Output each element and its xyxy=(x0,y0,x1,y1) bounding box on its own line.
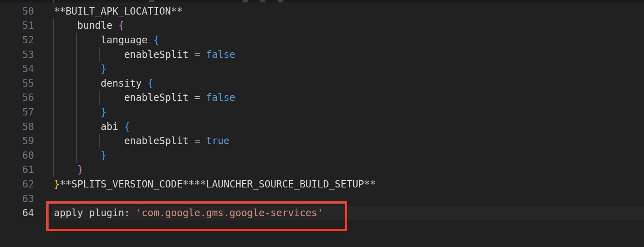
clipped-previous-line xyxy=(0,0,644,2)
line-number[interactable]: 63 xyxy=(0,193,34,204)
line-number[interactable]: 60 xyxy=(0,150,34,161)
line-number[interactable]: 51 xyxy=(0,20,34,31)
line-number[interactable]: 56 xyxy=(0,92,34,103)
code-text[interactable]: apply plugin: 'com.google.gms.google-ser… xyxy=(34,207,323,219)
clipped-text-remnant xyxy=(243,0,248,2)
code-text[interactable]: } xyxy=(34,164,83,175)
line-number[interactable]: 61 xyxy=(0,164,34,175)
code-token: **BUILT_APK_LOCATION** xyxy=(54,6,183,17)
code-token: false xyxy=(206,92,235,103)
code-line[interactable]: 51 bundle { xyxy=(0,19,644,33)
line-number[interactable]: 52 xyxy=(0,34,34,46)
code-token: enableSplit = xyxy=(54,49,206,60)
code-token: density xyxy=(54,78,147,89)
code-token: enableSplit = xyxy=(54,135,206,147)
code-token: { xyxy=(147,78,153,89)
code-text[interactable]: language { xyxy=(34,34,159,46)
code-line[interactable]: 62}**SPLITS_VERSION_CODE****LAUNCHER_SOU… xyxy=(0,177,644,192)
code-text[interactable]: **BUILT_APK_LOCATION** xyxy=(34,6,183,17)
line-number[interactable]: 55 xyxy=(0,78,34,89)
code-line[interactable]: 56 enableSplit = false xyxy=(0,91,644,105)
code-token: } xyxy=(77,164,83,175)
code-token xyxy=(54,63,101,75)
code-text[interactable]: }**SPLITS_VERSION_CODE****LAUNCHER_SOURC… xyxy=(34,179,376,190)
line-number[interactable]: 57 xyxy=(0,106,34,118)
clipped-text-remnant xyxy=(149,0,154,2)
indent-guide-remnant xyxy=(53,0,54,2)
code-lines: 50**BUILT_APK_LOCATION**51 bundle {52 la… xyxy=(0,2,644,220)
code-token: } xyxy=(101,150,107,161)
code-text[interactable]: } xyxy=(34,106,107,118)
code-text[interactable]: bundle { xyxy=(34,20,124,31)
code-token: 'com.google.gms.google-services' xyxy=(136,207,323,219)
code-token: } xyxy=(101,106,107,118)
code-line[interactable]: 54 } xyxy=(0,62,644,76)
code-token: true xyxy=(206,135,230,147)
code-line[interactable]: 63 xyxy=(0,192,644,206)
code-token: { xyxy=(124,121,130,132)
code-text[interactable]: density { xyxy=(34,78,154,89)
code-token: enableSplit = xyxy=(54,92,206,103)
line-number[interactable]: 59 xyxy=(0,135,34,147)
line-number[interactable]: 50 xyxy=(0,6,34,17)
code-token: { xyxy=(118,20,124,31)
code-line[interactable]: 50**BUILT_APK_LOCATION** xyxy=(0,4,644,19)
line-number[interactable]: 58 xyxy=(0,121,34,132)
code-token xyxy=(54,106,101,118)
code-line[interactable]: 55 density { xyxy=(0,76,644,91)
line-number[interactable]: 53 xyxy=(0,49,34,60)
code-token: **SPLITS_VERSION_CODE****LAUNCHER_SOURCE… xyxy=(60,179,375,190)
code-line[interactable]: 57 } xyxy=(0,105,644,119)
code-line[interactable]: 52 language { xyxy=(0,33,644,47)
code-line[interactable]: 60 } xyxy=(0,148,644,163)
clipped-text-remnant xyxy=(278,0,283,2)
code-line[interactable]: 61 } xyxy=(0,163,644,177)
code-line[interactable]: 53 enableSplit = false xyxy=(0,47,644,62)
line-number[interactable]: 54 xyxy=(0,63,34,75)
line-number[interactable]: 62 xyxy=(0,179,34,190)
code-text[interactable]: abi { xyxy=(34,121,130,132)
clipped-text-remnant xyxy=(260,0,265,2)
code-line[interactable]: 64apply plugin: 'com.google.gms.google-s… xyxy=(0,206,644,220)
code-line[interactable]: 58 abi { xyxy=(0,119,644,134)
code-editor: 50**BUILT_APK_LOCATION**51 bundle {52 la… xyxy=(0,0,644,247)
code-text[interactable]: } xyxy=(34,150,107,161)
code-token: apply plugin: xyxy=(54,207,136,219)
code-token: { xyxy=(154,34,159,46)
code-line[interactable]: 59 enableSplit = true xyxy=(0,134,644,148)
code-text[interactable]: enableSplit = true xyxy=(34,135,229,147)
code-token: false xyxy=(206,49,235,60)
code-token: language xyxy=(54,34,154,46)
code-token: } xyxy=(101,63,107,75)
code-token: bundle xyxy=(54,20,118,31)
code-token xyxy=(54,164,77,175)
code-text[interactable]: enableSplit = false xyxy=(34,49,235,60)
line-number[interactable]: 64 xyxy=(0,207,34,219)
code-token: } xyxy=(54,179,60,190)
code-text[interactable]: } xyxy=(34,63,107,75)
code-token xyxy=(54,150,101,161)
code-token: abi xyxy=(54,121,124,132)
code-text[interactable]: enableSplit = false xyxy=(34,92,235,103)
